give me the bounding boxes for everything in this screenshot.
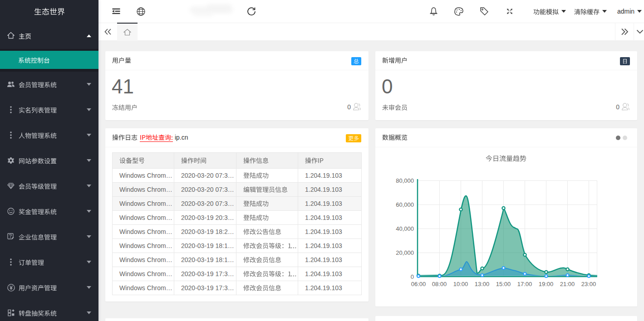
svg-text:08:00: 08:00	[432, 281, 447, 287]
svg-text:15:00: 15:00	[496, 281, 511, 287]
svg-text:80,000: 80,000	[396, 177, 414, 184]
svg-text:20,000: 20,000	[396, 249, 414, 256]
svg-text:13:00: 13:00	[475, 281, 490, 287]
svg-text:19:00: 19:00	[539, 281, 554, 287]
svg-text:0: 0	[411, 273, 414, 280]
svg-text:60,000: 60,000	[396, 201, 414, 208]
svg-text:23:00: 23:00	[581, 281, 596, 287]
svg-text:40,000: 40,000	[396, 225, 414, 232]
svg-text:06:00: 06:00	[411, 281, 426, 287]
svg-text:10:00: 10:00	[453, 281, 468, 287]
svg-text:17:00: 17:00	[517, 281, 532, 287]
svg-text:21:00: 21:00	[560, 281, 575, 287]
